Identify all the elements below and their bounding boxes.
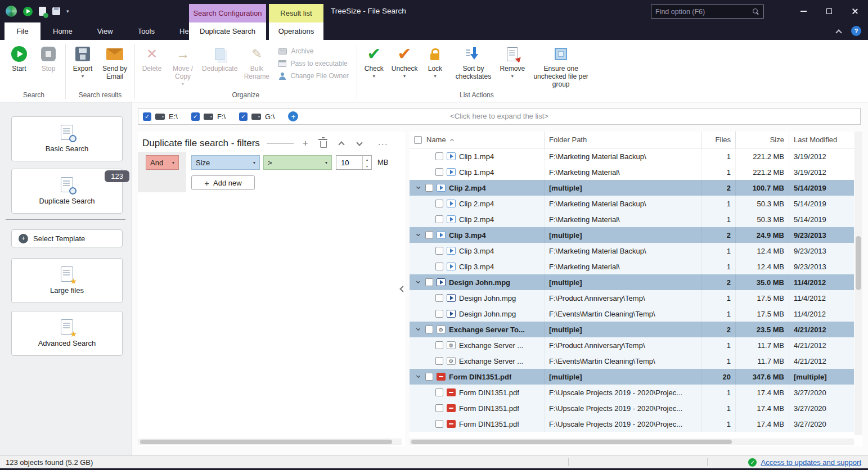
- table-row[interactable]: Form DIN1351.pdf F:\Upscale Projects 201…: [410, 400, 854, 416]
- row-checkbox[interactable]: [435, 263, 443, 270]
- sidebar-card-large-files[interactable]: Large files: [11, 258, 123, 303]
- row-checkbox[interactable]: [425, 184, 433, 192]
- change-file-owner-button[interactable]: Change File Owner: [278, 72, 348, 80]
- operator-select[interactable]: > ▾: [263, 155, 332, 170]
- menu-tools[interactable]: Tools: [125, 22, 167, 40]
- select-all-checkbox[interactable]: [414, 136, 422, 144]
- archive-button[interactable]: Archive: [278, 47, 348, 55]
- sidebar-card-advanced-search[interactable]: Advanced Search: [11, 311, 123, 356]
- table-row[interactable]: Design John.mpg F:\Events\Martin Cleanin…: [410, 306, 854, 322]
- row-checkbox[interactable]: [435, 200, 443, 207]
- field-select[interactable]: Size ▾: [191, 155, 260, 170]
- help-button[interactable]: ?: [851, 26, 861, 36]
- conjunction-select[interactable]: And ▾: [146, 155, 179, 170]
- row-checkbox[interactable]: [425, 326, 433, 333]
- find-option-input[interactable]: [655, 8, 752, 16]
- scrollbar-thumb[interactable]: [411, 440, 732, 444]
- column-header-files[interactable]: Files: [702, 132, 736, 148]
- find-option-box[interactable]: [651, 4, 764, 19]
- ribbon-collapse-button[interactable]: [836, 28, 841, 37]
- delete-button[interactable]: Delete: [137, 41, 167, 73]
- contextual-tab-result-list[interactable]: Result list: [269, 4, 323, 22]
- bulk-rename-button[interactable]: Bulk Rename: [240, 41, 273, 81]
- table-row[interactable]: Design John.mpg F:\Product Anniversary\T…: [410, 290, 854, 306]
- row-checkbox[interactable]: [435, 310, 443, 318]
- move-filter-down-icon[interactable]: [354, 138, 365, 148]
- expand-list-hint[interactable]: <Click here to expand the list>: [450, 109, 548, 124]
- add-filter-icon[interactable]: +: [300, 138, 311, 148]
- updates-support-link[interactable]: Access to updates and support: [761, 458, 861, 467]
- send-by-email-button[interactable]: Send by Email: [97, 41, 132, 81]
- table-row[interactable]: Clip 2.mp4 F:\Marketing Material\ 1 50.3…: [410, 211, 854, 227]
- deduplicate-button[interactable]: Deduplicate: [199, 41, 240, 73]
- collapse-panel-button[interactable]: [401, 284, 405, 293]
- move-copy-button[interactable]: Move / Copy ▾: [167, 41, 199, 87]
- table-row[interactable]: Form DIN1351.pdf F:\Upscale Projects 201…: [410, 416, 854, 432]
- lock-button[interactable]: Lock ▾: [420, 41, 449, 79]
- menu-view[interactable]: View: [85, 22, 125, 40]
- new-search-icon[interactable]: [39, 7, 46, 16]
- spinner-down-icon[interactable]: ▾: [363, 162, 371, 169]
- contextual-tab-search-configuration[interactable]: Search Configuration: [189, 4, 266, 22]
- row-checkbox[interactable]: [425, 373, 433, 381]
- drive-checkbox[interactable]: ✓: [143, 112, 151, 121]
- ensure-one-unchecked-button[interactable]: Ensure one unchecked file per group: [528, 41, 594, 88]
- close-button[interactable]: [842, 0, 868, 22]
- table-row[interactable]: Clip 1.mp4 F:\Marketing Material Backup\…: [410, 148, 854, 164]
- expand-chevron-icon[interactable]: [414, 327, 422, 332]
- select-template-button[interactable]: + Select Template: [11, 229, 123, 247]
- export-button[interactable]: Export ▾: [68, 41, 97, 79]
- value-field[interactable]: ▴ ▾: [336, 155, 372, 170]
- stop-button[interactable]: Stop: [34, 41, 63, 73]
- move-filter-up-icon[interactable]: [336, 138, 347, 148]
- add-drive-button[interactable]: +: [288, 111, 298, 121]
- row-checkbox[interactable]: [435, 152, 443, 160]
- row-checkbox[interactable]: [425, 231, 433, 239]
- table-row[interactable]: Exchange Server ... F:\Product Anniversa…: [410, 337, 854, 353]
- table-row[interactable]: Form DIN1351.pdf [multiple] 20 347.6 MB …: [410, 369, 854, 385]
- row-checkbox[interactable]: [435, 388, 443, 396]
- updates-support-section[interactable]: ✓ Access to updates and support: [748, 458, 861, 467]
- table-row[interactable]: Clip 1.mp4 F:\Marketing Material\ 1 221.…: [410, 164, 854, 180]
- column-header-name[interactable]: Name: [410, 132, 545, 148]
- row-checkbox[interactable]: [435, 215, 443, 223]
- drive-checkbox[interactable]: ✓: [239, 112, 248, 121]
- row-checkbox[interactable]: [435, 420, 443, 428]
- delete-filter-icon[interactable]: [318, 138, 329, 148]
- start-button[interactable]: Start: [5, 41, 34, 73]
- value-spinner[interactable]: ▴ ▾: [362, 156, 371, 169]
- pass-to-executable-button[interactable]: Pass to executable: [278, 60, 348, 67]
- row-checkbox[interactable]: [435, 247, 443, 255]
- table-row[interactable]: Form DIN1351.pdf F:\Upscale Projects 201…: [410, 385, 854, 400]
- column-header-folder-path[interactable]: Folder Path: [545, 132, 702, 148]
- remove-button[interactable]: Remove ▾: [497, 41, 528, 79]
- table-row[interactable]: Clip 2.mp4 F:\Marketing Material Backup\…: [410, 196, 854, 211]
- table-row[interactable]: Clip 3.mp4 F:\Marketing Material Backup\…: [410, 243, 854, 259]
- row-checkbox[interactable]: [435, 404, 443, 412]
- spinner-up-icon[interactable]: ▴: [363, 156, 371, 162]
- drive-checkbox[interactable]: ✓: [191, 112, 200, 121]
- minimize-button[interactable]: [790, 0, 816, 22]
- expand-chevron-icon[interactable]: [414, 374, 422, 379]
- table-row[interactable]: Clip 2.mp4 [multiple] 2 100.7 MB 5/14/20…: [410, 180, 854, 196]
- quick-start-search-icon[interactable]: [23, 7, 33, 16]
- table-row[interactable]: Clip 3.mp4 F:\Marketing Material\ 1 12.4…: [410, 259, 854, 274]
- drive-bar[interactable]: ✓ E:\ ✓ F:\ ✓: [138, 108, 861, 125]
- uncheck-button[interactable]: Uncheck ▾: [389, 41, 421, 79]
- table-row[interactable]: Exchange Server To... [multiple] 2 23.5 …: [410, 322, 854, 337]
- drive-item[interactable]: ✓ E:\: [143, 112, 178, 121]
- row-checkbox[interactable]: [425, 278, 433, 286]
- qat-caret-icon[interactable]: ▾: [66, 8, 69, 14]
- expand-chevron-icon[interactable]: [414, 233, 422, 237]
- row-checkbox[interactable]: [435, 168, 443, 176]
- expand-chevron-icon[interactable]: [414, 186, 422, 190]
- scrollbar-thumb[interactable]: [140, 440, 392, 444]
- value-input[interactable]: [336, 156, 362, 169]
- sidebar-card-duplicate-search[interactable]: Duplicate Search 123: [11, 169, 123, 214]
- tab-duplicate-search[interactable]: Duplicate Search: [189, 22, 266, 40]
- drive-item[interactable]: ✓ F:\: [191, 112, 226, 121]
- scrollbar-thumb[interactable]: [856, 236, 861, 290]
- expand-chevron-icon[interactable]: [414, 280, 422, 284]
- filter-more-icon[interactable]: ···: [378, 139, 388, 148]
- table-row[interactable]: Clip 3.mp4 [multiple] 2 24.9 MB 9/23/201…: [410, 227, 854, 243]
